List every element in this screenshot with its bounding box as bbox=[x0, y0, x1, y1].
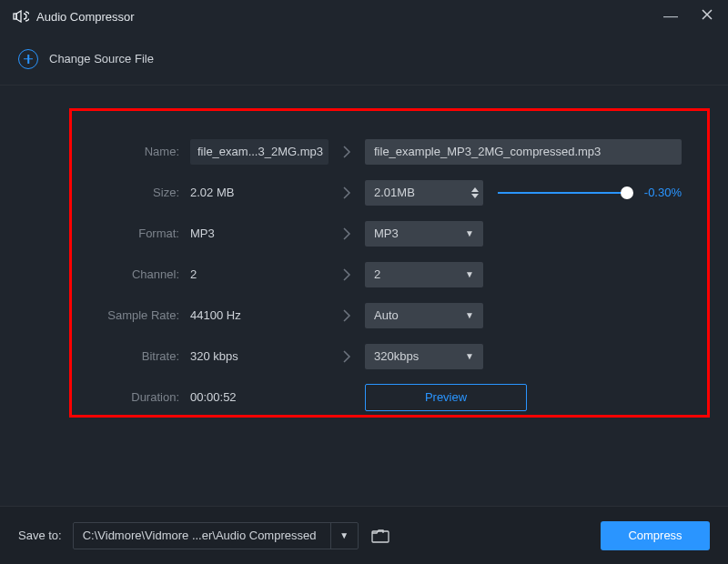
slider-thumb[interactable] bbox=[621, 186, 633, 199]
output-name-input[interactable]: file_example_MP3_2MG_compressed.mp3 bbox=[365, 139, 682, 165]
output-channel-select[interactable]: 2▼ bbox=[365, 262, 483, 287]
save-path-dropdown[interactable]: ▼ bbox=[330, 523, 358, 549]
output-bitrate-select[interactable]: 320kbps▼ bbox=[365, 344, 483, 369]
source-channel: 2 bbox=[190, 267, 329, 281]
window-title: Audio Compressor bbox=[36, 10, 662, 24]
settings-panel: Name: file_exam...3_2MG.mp3 file_example… bbox=[69, 108, 710, 418]
compress-button[interactable]: Compress bbox=[601, 521, 710, 550]
label-channel: Channel: bbox=[88, 267, 179, 281]
label-name: Name: bbox=[88, 145, 179, 158]
label-bitrate: Bitrate: bbox=[88, 349, 179, 363]
preview-button[interactable]: Preview bbox=[365, 384, 527, 411]
change-source-file[interactable]: Change Source File bbox=[0, 33, 728, 86]
open-folder-button[interactable] bbox=[369, 529, 391, 543]
label-format: Format: bbox=[88, 227, 179, 240]
chevron-down-icon: ▼ bbox=[465, 221, 474, 247]
arrow-icon bbox=[329, 349, 365, 364]
source-bitrate: 320 kbps bbox=[190, 349, 329, 363]
arrow-icon bbox=[329, 267, 365, 282]
source-duration: 00:00:52 bbox=[190, 390, 329, 404]
arrow-icon bbox=[329, 308, 365, 323]
source-sample-rate: 44100 Hz bbox=[190, 308, 329, 322]
size-slider[interactable] bbox=[498, 192, 627, 194]
output-size-spinner[interactable]: 2.01MB bbox=[365, 180, 483, 206]
app-icon bbox=[13, 10, 29, 23]
source-format: MP3 bbox=[190, 227, 329, 240]
close-button[interactable] bbox=[699, 8, 715, 25]
change-source-label: Change Source File bbox=[49, 52, 154, 65]
arrow-icon bbox=[329, 186, 365, 200]
plus-circle-icon bbox=[18, 49, 38, 69]
arrow-icon bbox=[329, 227, 365, 241]
output-sample-rate-select[interactable]: Auto▼ bbox=[365, 303, 483, 328]
chevron-down-icon: ▼ bbox=[465, 303, 474, 328]
source-name: file_exam...3_2MG.mp3 bbox=[190, 139, 329, 165]
spinner-down-icon[interactable] bbox=[471, 194, 479, 198]
spinner-up-icon[interactable] bbox=[471, 187, 479, 192]
chevron-down-icon: ▼ bbox=[465, 262, 474, 287]
save-to-label: Save to: bbox=[18, 529, 62, 542]
chevron-down-icon: ▼ bbox=[465, 344, 474, 369]
arrow-icon bbox=[329, 145, 365, 159]
output-format-select[interactable]: MP3▼ bbox=[365, 221, 483, 247]
size-percent-change: -0.30% bbox=[634, 186, 682, 199]
label-duration: Duration: bbox=[88, 390, 179, 404]
save-path-input[interactable]: C:\Vidmore\Vidmore ...er\Audio Compresse… bbox=[74, 523, 330, 549]
label-size: Size: bbox=[88, 186, 179, 199]
label-sample-rate: Sample Rate: bbox=[88, 308, 179, 322]
source-size: 2.02 MB bbox=[190, 186, 329, 199]
minimize-button[interactable]: — bbox=[662, 8, 679, 25]
